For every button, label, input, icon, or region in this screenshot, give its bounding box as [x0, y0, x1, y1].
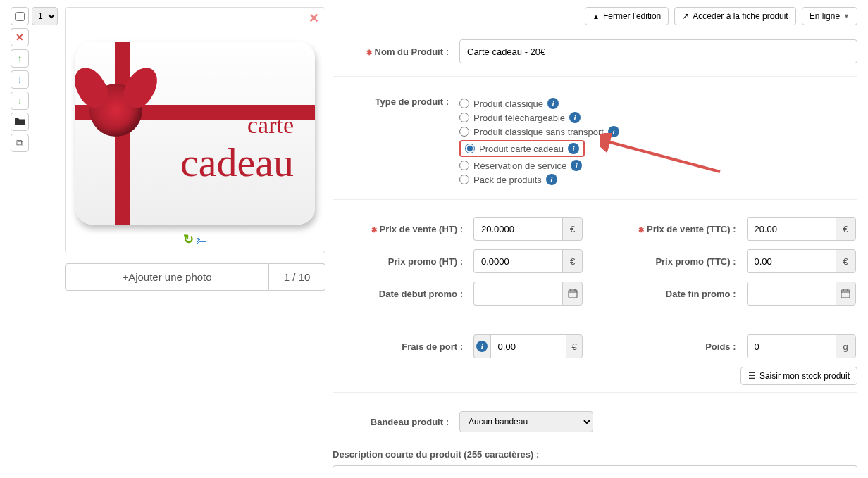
currency-addon: €: [562, 217, 583, 241]
delete-button[interactable]: ✕: [11, 28, 29, 46]
name-label: ✱ Nom du Produit :: [333, 46, 459, 57]
shipping-input[interactable]: [490, 334, 566, 358]
product-image-box: ✕ carte cadeau ↻ 🏷: [65, 7, 326, 253]
arrow-down2-icon: ↓: [18, 95, 23, 106]
add-photo-button[interactable]: +Ajouter une photo: [65, 263, 269, 291]
duplicate-button[interactable]: ⧉: [11, 134, 29, 152]
description-label: Description courte du produit (255 carac…: [333, 449, 857, 460]
order-select[interactable]: 1: [32, 7, 58, 25]
weight-label: Poids :: [606, 341, 747, 352]
date-end-input[interactable]: [747, 282, 836, 306]
chevron-up-icon: ▲: [593, 13, 600, 20]
info-icon[interactable]: i: [568, 143, 579, 154]
date-start-input[interactable]: [473, 282, 562, 306]
currency-addon: €: [562, 249, 583, 273]
weight-unit-addon: g: [836, 334, 856, 358]
delete-icon: ✕: [16, 32, 24, 43]
info-icon[interactable]: i: [571, 160, 582, 171]
radio-notransport[interactable]: Produit classique sans transport i: [459, 125, 619, 139]
move-bottom-button[interactable]: ↓: [11, 92, 29, 110]
gift-card-illustration: carte cadeau: [75, 42, 315, 225]
calendar-icon[interactable]: [562, 282, 583, 306]
promo-ttc-label: Prix promo (TTC) :: [606, 256, 747, 267]
list-icon: ☰: [748, 371, 756, 381]
folder-button[interactable]: [11, 113, 29, 131]
arrow-up-icon: ↑: [18, 53, 23, 64]
price-ht-input[interactable]: [473, 217, 562, 241]
promo-ttc-input[interactable]: [747, 249, 836, 273]
shipping-label: Frais de port :: [333, 341, 473, 352]
banner-label: Bandeau produit :: [333, 417, 459, 427]
promo-ht-label: Prix promo (HT) :: [333, 256, 473, 267]
price-ttc-input[interactable]: [747, 217, 836, 241]
image-actions: ↻ 🏷: [71, 232, 319, 247]
currency-addon: €: [836, 217, 856, 241]
info-icon[interactable]: i: [569, 112, 581, 123]
currency-addon: €: [566, 334, 583, 358]
radio-classic[interactable]: Produit classique i: [459, 96, 619, 111]
cadeau-text: cadeau: [180, 139, 294, 186]
close-edit-button[interactable]: ▲ Fermer l'edition: [585, 7, 669, 25]
promo-ht-input[interactable]: [473, 249, 562, 273]
date-start-label: Date début promo :: [333, 289, 473, 299]
radio-download[interactable]: Produit téléchargeable i: [459, 111, 619, 125]
banner-select[interactable]: Aucun bandeau: [459, 411, 593, 432]
remove-image-icon[interactable]: ✕: [309, 11, 319, 26]
refresh-icon[interactable]: ↻: [183, 232, 194, 246]
folder-icon: [15, 116, 25, 127]
svg-line-1: [607, 141, 720, 172]
price-ht-label: ✱ Prix de vente (HT) :: [333, 224, 473, 234]
info-icon[interactable]: i: [546, 174, 557, 185]
price-ttc-label: ✱ Prix de vente (TTC) :: [606, 224, 747, 234]
info-icon[interactable]: i: [547, 98, 559, 109]
weight-input[interactable]: [747, 334, 836, 358]
move-down-button[interactable]: ↓: [11, 70, 29, 89]
copy-icon: ⧉: [16, 137, 23, 149]
arrow-down-icon: ↓: [18, 74, 23, 85]
external-link-icon: ↗: [682, 11, 689, 21]
move-up-button[interactable]: ↑: [11, 49, 29, 68]
svg-rect-6: [841, 290, 850, 298]
description-textarea[interactable]: [333, 465, 857, 478]
type-label: Type de produit :: [333, 95, 459, 107]
radio-giftcard[interactable]: Produit carte cadeau i: [459, 140, 585, 157]
annotation-arrow: [600, 133, 727, 182]
photo-counter: 1 / 10: [269, 263, 326, 291]
select-checkbox[interactable]: [11, 7, 29, 25]
calendar-icon[interactable]: [836, 282, 856, 306]
currency-addon: €: [836, 249, 856, 273]
caret-down-icon: ▼: [843, 13, 850, 20]
svg-rect-2: [569, 290, 577, 298]
stock-button[interactable]: ☰ Saisir mon stock produit: [740, 367, 857, 385]
carte-text: carte: [180, 112, 294, 139]
product-name-input[interactable]: [459, 39, 857, 63]
info-icon[interactable]: i: [473, 334, 490, 358]
goto-product-button[interactable]: ↗ Accéder à la fiche produit: [674, 7, 795, 25]
status-dropdown[interactable]: En ligne ▼: [802, 7, 857, 25]
radio-reservation[interactable]: Réservation de service i: [459, 158, 619, 172]
radio-pack[interactable]: Pack de produits i: [459, 172, 619, 187]
date-end-label: Date fin promo :: [606, 289, 747, 299]
tag-icon[interactable]: 🏷: [196, 234, 207, 246]
